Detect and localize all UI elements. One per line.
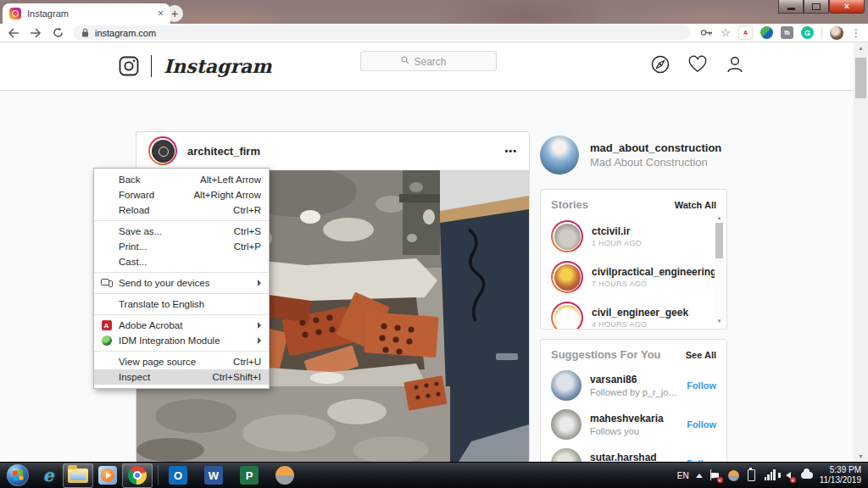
instagram-camera-icon[interactable] [119, 56, 139, 76]
scroll-down-icon[interactable]: ▼ [854, 453, 868, 459]
story-item[interactable]: civilpractical_engineering 7 HOURS AGO [541, 257, 726, 297]
internet-explorer-button[interactable]: e [34, 464, 63, 487]
sidebar-profile-avatar[interactable] [540, 136, 579, 175]
scroll-up-icon[interactable]: ▲ [854, 45, 868, 51]
story-username[interactable]: civilpractical_engineering [592, 266, 716, 278]
suggestion-username[interactable]: sutar.harshad [590, 452, 678, 462]
media-player-icon [98, 466, 117, 485]
menu-item-send-to-devices[interactable]: Send to your devices [94, 275, 269, 291]
see-all-link[interactable]: See All [686, 350, 716, 360]
onedrive-cloud-icon[interactable] [801, 472, 813, 479]
outlook-button[interactable]: O [164, 464, 192, 487]
chrome-button[interactable] [122, 463, 153, 488]
watch-all-link[interactable]: Watch All [675, 200, 716, 210]
search-box[interactable] [360, 51, 497, 71]
sphere-app-button[interactable] [270, 464, 299, 487]
forward-icon[interactable] [29, 26, 42, 40]
follow-button[interactable]: Follow [687, 419, 716, 430]
menu-item-back[interactable]: BackAlt+Left Arrow [94, 172, 269, 187]
password-key-icon[interactable] [699, 26, 713, 40]
action-center-flag-icon[interactable]: × [709, 469, 721, 481]
story-avatar[interactable] [554, 264, 581, 291]
search-icon [401, 56, 409, 64]
sidebar-profile-username[interactable]: mad_about_construction [590, 141, 721, 154]
maximize-button[interactable] [804, 0, 829, 14]
menu-item-adobe-acrobat[interactable]: A Adobe Acrobat [94, 318, 269, 333]
story-avatar[interactable] [554, 224, 581, 250]
word-button[interactable]: W [199, 464, 228, 487]
suggestion-avatar[interactable] [551, 448, 581, 462]
follow-button[interactable]: Follow [687, 380, 716, 391]
adobe-extension-icon[interactable]: A [738, 25, 753, 40]
post-options-icon[interactable]: ••• [504, 146, 517, 156]
network-signal-icon[interactable] [765, 470, 776, 480]
post-avatar[interactable] [152, 140, 175, 163]
menu-separator [94, 293, 269, 294]
menu-item-reload[interactable]: ReloadCtrl+R [94, 202, 269, 218]
menu-item-inspect[interactable]: InspectCtrl+Shift+I [94, 369, 269, 385]
url-text: instagram.com [95, 28, 156, 38]
reload-icon[interactable] [51, 26, 64, 40]
tray-sphere-icon[interactable] [728, 470, 739, 481]
chrome-icon [128, 466, 147, 485]
story-item[interactable]: civil_engineer_geek 4 HOURS AGO [541, 297, 726, 330]
battery-icon[interactable] [746, 469, 758, 481]
menu-item-view-source[interactable]: View page sourceCtrl+U [94, 354, 269, 369]
story-username[interactable]: civil_engineer_geek [592, 307, 688, 319]
close-button[interactable]: × [829, 0, 865, 14]
suggestion-username[interactable]: varsani86 [590, 374, 678, 385]
page-scrollbar[interactable]: ▲ ▼ [854, 42, 868, 462]
menu-item-translate[interactable]: Translate to English [94, 297, 269, 312]
back-icon[interactable] [7, 26, 20, 40]
stories-scrollbar[interactable]: ▲ ▼ [715, 215, 724, 324]
instagram-wordmark[interactable]: Instagram [164, 55, 272, 77]
clock-time: 5:39 PM [820, 465, 861, 475]
new-tab-button[interactable]: + [166, 5, 183, 22]
menu-item-save-as[interactable]: Save as...Ctrl+S [94, 224, 269, 239]
scroll-thumb[interactable] [855, 58, 866, 98]
idm-extension-icon[interactable] [760, 26, 773, 39]
suggestion-username[interactable]: maheshvekaria [590, 413, 678, 424]
volume-muted-icon[interactable]: × [782, 469, 794, 481]
suggestions-panel: Suggestions For You See All varsani86 Fo… [540, 339, 727, 462]
bookmark-star-icon[interactable]: ☆ [721, 26, 731, 39]
adobe-acrobat-icon: A [102, 320, 112, 330]
menu-item-forward[interactable]: ForwardAlt+Right Arrow [94, 187, 269, 202]
scroll-down-icon[interactable]: ▼ [715, 319, 724, 324]
post-username[interactable]: architect_firm [187, 145, 494, 158]
minimize-button[interactable] [778, 0, 804, 14]
address-bar[interactable]: instagram.com [73, 25, 691, 40]
tab-close-icon[interactable]: × [158, 8, 164, 19]
show-hidden-icons[interactable] [696, 474, 703, 478]
start-button[interactable] [7, 464, 29, 486]
scroll-thumb[interactable] [715, 223, 723, 258]
search-input[interactable] [361, 52, 499, 72]
activity-heart-icon[interactable] [688, 55, 707, 74]
powerpoint-button[interactable]: P [235, 464, 264, 487]
story-username[interactable]: ctcivil.ir [592, 225, 642, 237]
file-explorer-button[interactable] [63, 463, 93, 488]
story-item[interactable]: ctcivil.ir 1 HOUR AGO [541, 216, 726, 257]
explore-compass-icon[interactable] [651, 55, 670, 74]
scroll-up-icon[interactable]: ▲ [715, 215, 724, 220]
suggestion-avatar[interactable] [551, 370, 581, 401]
toolbar-divider [821, 27, 822, 39]
media-player-button[interactable] [93, 464, 122, 487]
post-avatar-ring[interactable] [148, 136, 177, 165]
chrome-menu-icon[interactable]: ⋮ [851, 27, 861, 39]
browser-tab[interactable]: Instagram × [3, 3, 170, 24]
menu-item-cast[interactable]: Cast... [94, 254, 269, 269]
browser-profile-avatar[interactable] [830, 26, 843, 40]
taskbar-clock[interactable]: 5:39 PM 11/13/2019 [820, 465, 861, 485]
menu-item-print[interactable]: Print...Ctrl+P [94, 239, 269, 254]
instagram-header: Instagram [0, 42, 854, 91]
language-indicator[interactable]: EN [677, 471, 689, 480]
menu-item-idm[interactable]: IDM Integration Module [94, 333, 269, 348]
browser-tab-strip: Instagram × + × [0, 0, 868, 24]
suggestion-item: varsani86 Followed by p_r_jodhani + 2 … … [541, 366, 726, 405]
story-avatar[interactable] [554, 305, 581, 330]
grammarly-extension-icon[interactable]: G [801, 26, 814, 39]
profile-person-icon[interactable] [726, 55, 744, 74]
fb-extension-icon[interactable]: fb [781, 26, 793, 39]
suggestion-avatar[interactable] [551, 409, 581, 440]
